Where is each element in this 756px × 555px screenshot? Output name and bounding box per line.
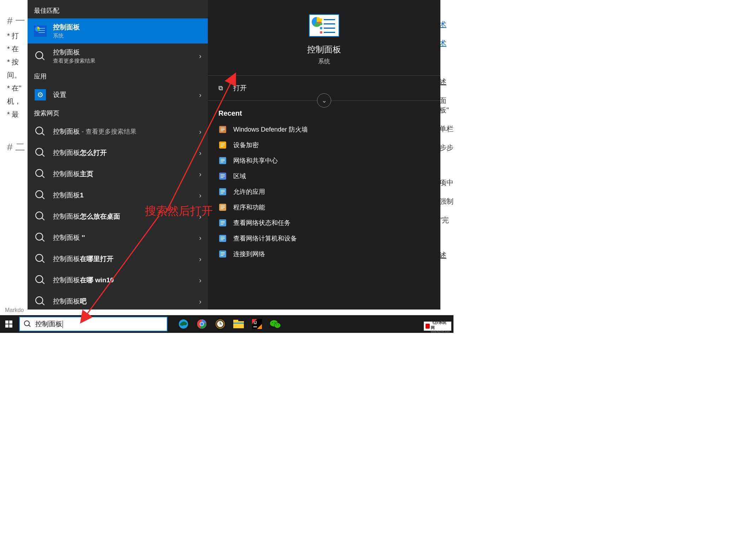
result-control-panel[interactable]: 控制面板 系统	[28, 18, 208, 44]
search-input-value: 控制面板	[35, 319, 63, 329]
start-button[interactable]	[0, 315, 18, 333]
search-icon	[34, 253, 47, 265]
preview-header: 控制面板 系统	[208, 0, 440, 76]
svg-rect-47	[233, 321, 244, 328]
chevron-right-icon: ›	[199, 297, 201, 306]
result-web-2[interactable]: 控制面板怎么打开 ›	[28, 142, 208, 163]
svg-rect-27	[221, 224, 223, 225]
recent-item-label: 查看网络状态和任务	[233, 219, 291, 227]
recent-item[interactable]: 程序和功能	[218, 200, 430, 215]
recent-item-label: 网络和共享中心	[233, 156, 278, 165]
recent-item-label: 查看网络计算机和设备	[233, 234, 297, 243]
svg-point-58	[278, 324, 279, 325]
section-apps: 应用	[28, 69, 208, 84]
search-icon	[34, 125, 47, 138]
recent-item-icon	[218, 203, 227, 212]
search-icon	[34, 50, 47, 63]
edge-icon[interactable]	[175, 315, 192, 333]
svg-point-57	[276, 324, 277, 325]
svg-rect-14	[221, 176, 225, 177]
recent-item-icon	[218, 219, 227, 227]
search-icon	[24, 320, 31, 328]
result-web-8[interactable]: 控制面板在哪 win10 ›	[28, 270, 208, 291]
svg-point-42	[200, 323, 204, 326]
recent-item-icon	[218, 141, 227, 149]
chevron-right-icon: ›	[199, 149, 201, 157]
clock-icon[interactable]	[211, 315, 229, 333]
chevron-right-icon: ›	[199, 276, 201, 284]
chevron-right-icon: ›	[199, 91, 201, 99]
recent-item[interactable]: 区域	[218, 168, 430, 184]
result-web-4[interactable]: 控制面板1 ›	[28, 185, 208, 206]
taskbar-search-box[interactable]: 控制面板	[19, 317, 168, 331]
result-see-more[interactable]: 控制面板 查看更多搜索结果 ›	[28, 44, 208, 69]
recent-item-label: Windows Defender 防火墙	[233, 125, 308, 134]
result-settings[interactable]: ⚙ 设置 ›	[28, 84, 208, 105]
result-web-7[interactable]: 控制面板在哪里打开 ›	[28, 248, 208, 270]
svg-rect-34	[221, 254, 225, 254]
svg-rect-49	[233, 323, 244, 324]
control-panel-icon	[34, 25, 47, 37]
svg-rect-10	[221, 160, 225, 161]
search-icon	[34, 295, 47, 308]
result-web-6[interactable]: 控制面板 '' ›	[28, 227, 208, 248]
svg-rect-23	[221, 208, 223, 209]
search-results-panel: 最佳匹配 控制面板 系统 控制面板 查看更多搜索结果 › 应用 ⚙ 设置 ›	[28, 0, 440, 310]
wechat-icon[interactable]	[266, 315, 284, 333]
recent-item[interactable]: 查看网络状态和任务	[218, 215, 430, 231]
chrome-icon[interactable]	[193, 315, 211, 333]
svg-rect-3	[221, 131, 223, 131]
svg-rect-15	[221, 177, 223, 178]
recent-item[interactable]: 连接到网络	[218, 246, 430, 262]
recent-item[interactable]: 查看网络计算机和设备	[218, 231, 430, 246]
chevron-right-icon: ›	[199, 170, 201, 178]
annotation-text: 搜索然后打开	[145, 203, 213, 219]
recent-item-label: 程序和功能	[233, 203, 265, 212]
recent-label: Recent	[218, 109, 430, 117]
control-panel-icon-large	[309, 14, 339, 37]
svg-point-55	[272, 322, 273, 323]
result-web-1[interactable]: 控制面板 - 查看更多搜索结果 ›	[28, 121, 208, 142]
svg-rect-48	[233, 320, 238, 322]
taskbar: 控制面板 IJ	[0, 315, 453, 333]
recent-item-label: 连接到网络	[233, 250, 265, 258]
svg-rect-7	[221, 146, 223, 147]
recent-item[interactable]: Windows Defender 防火墙	[218, 122, 430, 137]
markdown-label: Markdo	[5, 307, 24, 313]
search-icon	[34, 189, 47, 202]
result-web-9[interactable]: 控制面板吧 ›	[28, 291, 208, 310]
svg-rect-2	[221, 129, 225, 130]
preview-panel: 控制面板 系统 ⧉ 打开 ⌄ Recent Windows Defender 防…	[208, 0, 440, 310]
recent-item-label: 设备加密	[233, 141, 259, 149]
svg-rect-17	[221, 190, 225, 191]
recent-item[interactable]: 网络和共享中心	[218, 153, 430, 168]
svg-rect-6	[221, 145, 225, 145]
recent-item[interactable]: 设备加密	[218, 137, 430, 153]
recent-item-icon	[218, 156, 227, 165]
chevron-right-icon: ›	[199, 52, 201, 60]
svg-rect-22	[221, 207, 225, 208]
recent-item-icon	[218, 172, 227, 180]
open-action[interactable]: ⧉ 打开 ⌄	[208, 76, 440, 101]
svg-rect-21	[221, 206, 225, 206]
chevron-right-icon: ›	[199, 191, 201, 200]
chevron-right-icon: ›	[199, 234, 201, 242]
recent-item-icon	[218, 250, 227, 258]
recent-item-label: 区域	[233, 172, 246, 180]
file-explorer-icon[interactable]	[230, 315, 247, 333]
svg-rect-5	[221, 143, 225, 144]
search-icon	[34, 210, 47, 223]
recent-item[interactable]: 允许的应用	[218, 184, 430, 200]
svg-rect-13	[221, 174, 225, 175]
recent-item-icon	[218, 234, 227, 243]
intellij-icon[interactable]: IJ	[248, 315, 266, 333]
svg-text:IJ: IJ	[254, 321, 257, 325]
preview-subtitle: 系统	[318, 57, 330, 65]
open-icon: ⧉	[218, 85, 227, 92]
expand-button[interactable]: ⌄	[317, 93, 331, 108]
gear-icon: ⚙	[34, 88, 47, 101]
svg-rect-11	[221, 162, 223, 162]
search-icon	[34, 168, 47, 180]
recent-item-icon	[218, 187, 227, 196]
result-web-3[interactable]: 控制面板主页 ›	[28, 163, 208, 185]
